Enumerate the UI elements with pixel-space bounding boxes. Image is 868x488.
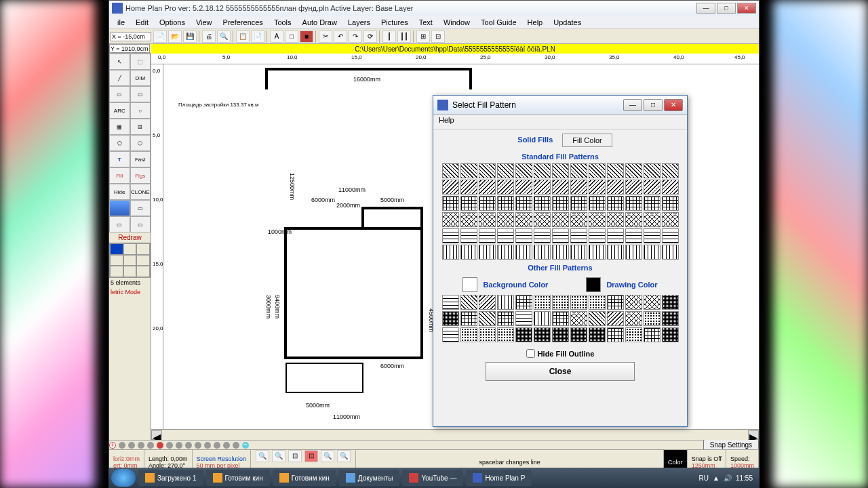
tool-dim[interactable]: DIM [130, 70, 151, 86]
color-grid-1[interactable] [123, 243, 137, 255]
other-pattern-18[interactable] [534, 311, 551, 326]
tool-rect2[interactable]: ▭ [130, 86, 151, 102]
std-pattern-3[interactable] [497, 163, 514, 178]
tb-grid[interactable]: ⊞ [416, 30, 430, 43]
menu-tools[interactable]: Tools [269, 17, 297, 28]
zoom-fit[interactable]: ⊡ [288, 450, 302, 462]
tray-time[interactable]: 11:55 [736, 474, 753, 482]
other-pattern-26[interactable] [442, 327, 459, 342]
tool-arc[interactable]: ARC [109, 102, 130, 119]
other-pattern-2[interactable] [479, 295, 496, 310]
dialog-titlebar[interactable]: Select Fill Pattern — □ ✕ [433, 96, 687, 115]
dialog-minimize[interactable]: — [623, 99, 642, 111]
std-pattern-28[interactable] [479, 196, 496, 211]
dialog-help[interactable]: Help [439, 116, 454, 124]
std-pattern-54[interactable] [479, 228, 496, 243]
std-pattern-23[interactable] [625, 180, 642, 195]
dot-2[interactable] [128, 442, 135, 449]
tool-figs[interactable]: Figs [130, 167, 151, 184]
std-pattern-55[interactable] [497, 228, 514, 243]
close-button[interactable]: Close [486, 362, 635, 381]
std-pattern-26[interactable] [442, 196, 459, 211]
std-pattern-62[interactable] [625, 228, 642, 243]
menu-window[interactable]: Window [438, 17, 475, 28]
color-swatch-blue[interactable] [110, 243, 123, 255]
task-5[interactable]: YouTube — [402, 470, 463, 486]
other-pattern-15[interactable] [479, 311, 496, 326]
maximize-button[interactable]: □ [717, 3, 736, 14]
menu-text[interactable]: Text [414, 17, 438, 28]
start-button[interactable] [111, 469, 136, 487]
std-pattern-46[interactable] [570, 212, 587, 227]
std-pattern-74[interactable] [607, 245, 624, 260]
dot-9[interactable] [195, 442, 201, 449]
tb-preview[interactable]: 🔍 [217, 30, 231, 43]
std-pattern-11[interactable] [644, 163, 660, 178]
std-pattern-42[interactable] [497, 212, 514, 227]
std-pattern-37[interactable] [644, 196, 660, 211]
status-color[interactable]: Color [668, 459, 683, 466]
std-pattern-27[interactable] [460, 196, 477, 211]
std-pattern-22[interactable] [607, 180, 624, 195]
std-pattern-71[interactable] [552, 245, 569, 260]
std-pattern-57[interactable] [534, 228, 551, 243]
other-pattern-7[interactable] [570, 295, 587, 310]
std-pattern-9[interactable] [607, 163, 624, 178]
redraw-button[interactable]: Redraw [109, 232, 151, 243]
color-grid-7[interactable] [123, 266, 137, 277]
other-pattern-33[interactable] [570, 327, 587, 342]
menu-autodraw[interactable]: Auto Draw [297, 17, 342, 28]
std-pattern-76[interactable] [644, 245, 660, 260]
dot-6[interactable] [166, 442, 173, 449]
tool-pic2[interactable]: ▭ [130, 200, 151, 216]
menu-options[interactable]: Options [154, 17, 191, 28]
menu-edit[interactable]: Edit [130, 17, 154, 28]
tool-shape2[interactable]: ▭ [130, 216, 151, 232]
dot-8[interactable] [185, 442, 192, 449]
tab-fill-color[interactable]: Fill Color [562, 134, 612, 147]
color-grid-8[interactable] [136, 266, 150, 277]
other-pattern-23[interactable] [625, 311, 642, 326]
other-pattern-29[interactable] [497, 327, 514, 342]
std-pattern-30[interactable] [515, 196, 532, 211]
other-pattern-35[interactable] [607, 327, 624, 342]
titlebar[interactable]: Home Plan Pro ver: 5.2.18.12 55555555555… [109, 1, 759, 16]
tb-btn-a[interactable]: A [270, 30, 283, 43]
other-pattern-4[interactable] [515, 295, 532, 310]
tool-arrow[interactable]: ↖ [109, 54, 130, 70]
zoom-sel[interactable]: ⊡ [304, 450, 318, 462]
std-pattern-19[interactable] [552, 180, 569, 195]
std-pattern-77[interactable] [662, 245, 679, 260]
std-pattern-29[interactable] [497, 196, 514, 211]
tb-ruler1[interactable]: ┃ [382, 30, 396, 43]
tray-sound-icon[interactable]: 🔊 [724, 474, 732, 482]
color-grid-5[interactable] [136, 255, 150, 266]
task-6[interactable]: Home Plan P [466, 470, 532, 486]
menu-updates[interactable]: Updates [548, 17, 587, 28]
dot-5[interactable] [157, 442, 163, 449]
tray-lang[interactable]: RU [699, 474, 709, 482]
tb-new[interactable]: 📄 [153, 30, 167, 43]
other-pattern-14[interactable] [460, 311, 477, 326]
std-pattern-50[interactable] [644, 212, 660, 227]
std-pattern-52[interactable] [442, 228, 459, 243]
tb-paste[interactable]: 📄 [251, 30, 264, 43]
tb-ruler2[interactable]: ┃┃ [397, 30, 411, 43]
tb-btn-b[interactable]: □ [285, 30, 298, 43]
dot-13[interactable] [233, 442, 239, 449]
color-grid-6[interactable] [110, 266, 123, 277]
color-grid-4[interactable] [123, 255, 137, 266]
std-pattern-73[interactable] [589, 245, 606, 260]
std-pattern-7[interactable] [570, 163, 587, 178]
bg-color-swatch[interactable] [462, 277, 477, 292]
std-pattern-43[interactable] [515, 212, 532, 227]
tool-text[interactable]: T [109, 151, 130, 167]
tool-grid1[interactable]: ▦ [109, 119, 130, 135]
other-pattern-19[interactable] [552, 311, 569, 326]
dot-1[interactable] [119, 442, 125, 449]
tray-up-icon[interactable]: ▲ [713, 474, 719, 482]
std-pattern-17[interactable] [515, 180, 532, 195]
std-pattern-14[interactable] [460, 180, 477, 195]
task-1[interactable]: Загружено 1 [138, 470, 203, 486]
std-pattern-53[interactable] [460, 228, 477, 243]
